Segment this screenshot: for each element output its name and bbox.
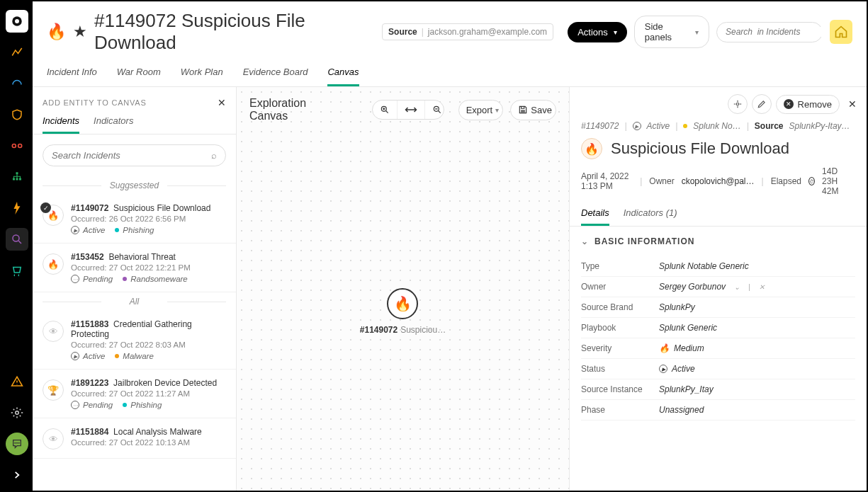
tab-war-room[interactable]: War Room bbox=[117, 67, 161, 86]
tab-details[interactable]: Details bbox=[581, 207, 609, 226]
details-panel: ✕Remove ✕ #1149072| ▶Active| Splunk No…|… bbox=[569, 87, 867, 491]
header-search-input[interactable] bbox=[726, 27, 833, 37]
header-search[interactable]: ⌕ bbox=[716, 22, 823, 42]
kv-row: TypeSplunk Notable Generic bbox=[581, 256, 855, 277]
svg-point-8 bbox=[13, 235, 19, 241]
canvas-area[interactable]: Exploration Canvas Export ▾ Save bbox=[237, 87, 569, 491]
kv-key: Owner bbox=[581, 282, 659, 292]
home-button[interactable] bbox=[830, 20, 852, 44]
left-nav-rail bbox=[1, 1, 33, 491]
kv-row: PlaybookSplunk Generic bbox=[581, 318, 855, 338]
clear-icon[interactable]: ✕ bbox=[759, 283, 765, 291]
chevron-down-icon: ⌄ bbox=[581, 236, 589, 246]
zoom-controls bbox=[372, 100, 444, 120]
canvas-title: Exploration Canvas bbox=[249, 97, 341, 122]
kv-row: Status▶ Active bbox=[581, 359, 855, 379]
incident-icon: 🔥 bbox=[43, 253, 64, 275]
nav-item-8[interactable] bbox=[6, 259, 28, 282]
flame-icon: 🔥 bbox=[581, 138, 602, 159]
actions-button[interactable]: Actions▾ bbox=[568, 22, 627, 42]
tab-canvas[interactable]: Canvas bbox=[327, 67, 359, 86]
canvas-node[interactable]: 🔥 #1149072Suspiciou… bbox=[360, 288, 446, 335]
main-tabs: Incident Info War Room Work Plan Evidenc… bbox=[33, 57, 867, 87]
zoom-out-button[interactable] bbox=[424, 101, 444, 119]
svg-point-3 bbox=[18, 144, 22, 148]
status-icon: ⋯ bbox=[71, 401, 79, 409]
incident-item[interactable]: 🏆 #1891223 Jailbroken Device Detected Oc… bbox=[33, 370, 236, 418]
incident-icon: 👁 bbox=[43, 321, 64, 342]
details-toolbar: ✕Remove ✕ bbox=[570, 87, 867, 121]
nav-item-1[interactable] bbox=[6, 41, 28, 64]
incident-item[interactable]: 👁 #1151883 Credential Gathering Protecti… bbox=[33, 311, 236, 370]
kv-key: Status bbox=[581, 364, 659, 374]
search-incidents-box[interactable]: ⌕ bbox=[43, 144, 226, 166]
section-all-label: All bbox=[43, 297, 226, 307]
chevron-down-icon: ▾ bbox=[614, 28, 617, 36]
entity-tabs: Incidents Indicators bbox=[33, 115, 236, 135]
incident-icon: 👁 bbox=[43, 428, 64, 450]
remove-button[interactable]: ✕Remove bbox=[776, 95, 840, 114]
section-suggested-label: Suggsessted bbox=[43, 181, 226, 190]
kv-value: 🔥 Medium bbox=[659, 343, 855, 353]
incident-item[interactable]: 🔥 #153452 Behavioral Threat Occurred: 27… bbox=[33, 244, 236, 292]
chevron-down-icon: ▾ bbox=[695, 28, 699, 36]
tab-work-plan[interactable]: Work Plan bbox=[181, 67, 223, 86]
nav-item-3[interactable] bbox=[6, 103, 28, 126]
nav-item-6[interactable] bbox=[6, 197, 28, 219]
nav-chat-icon[interactable] bbox=[6, 433, 28, 455]
nav-item-4[interactable] bbox=[6, 135, 28, 157]
svg-point-1 bbox=[15, 19, 19, 23]
details-meta-row: #1149072| ▶Active| Splunk No…| SourceSpl… bbox=[570, 121, 867, 131]
kv-key: Severity bbox=[581, 343, 659, 353]
nav-item-5[interactable] bbox=[6, 166, 28, 188]
tab-indicators[interactable]: Indicators (1) bbox=[624, 207, 677, 226]
fit-button[interactable] bbox=[397, 101, 424, 119]
nav-settings-icon[interactable] bbox=[6, 401, 28, 424]
kv-row: PhaseUnassigned bbox=[581, 400, 855, 421]
search-icon: ⌕ bbox=[211, 150, 217, 161]
status-icon: ▶ bbox=[71, 352, 79, 360]
kv-value: SplunkPy bbox=[659, 302, 855, 312]
tab-indicators[interactable]: Indicators bbox=[94, 115, 133, 134]
kv-row: OwnerSergey Gorbunov ⌄|✕ bbox=[581, 277, 855, 297]
edit-button[interactable] bbox=[752, 94, 772, 114]
search-incidents-input[interactable] bbox=[52, 150, 211, 161]
canvas-body[interactable]: 🔥 #1149072Suspiciou… bbox=[237, 132, 569, 491]
svg-rect-6 bbox=[16, 178, 18, 181]
kv-key: Source Instance bbox=[581, 384, 659, 394]
app-logo[interactable] bbox=[6, 10, 28, 33]
tab-evidence-board[interactable]: Evidence Board bbox=[243, 67, 308, 86]
zoom-in-button[interactable] bbox=[373, 101, 397, 119]
flame-icon: 🔥 bbox=[659, 343, 670, 353]
nav-item-2[interactable] bbox=[6, 72, 28, 95]
tab-incidents[interactable]: Incidents bbox=[43, 115, 79, 134]
tab-incident-info[interactable]: Incident Info bbox=[47, 67, 97, 86]
target-button[interactable] bbox=[728, 94, 748, 114]
kv-key: Source Brand bbox=[581, 302, 659, 312]
kv-value: Splunk Notable Generic bbox=[659, 261, 855, 271]
close-icon[interactable]: ✕ bbox=[218, 97, 226, 108]
page-title: #1149072 Suspicious File Download bbox=[94, 10, 375, 54]
section-basic-info[interactable]: ⌄ BASIC INFORMATION bbox=[570, 227, 867, 256]
svg-point-11 bbox=[16, 442, 18, 444]
play-icon: ▶ bbox=[633, 122, 641, 130]
kv-value[interactable]: Sergey Gorbunov ⌄|✕ bbox=[659, 282, 855, 292]
kv-row: Source BrandSplunkPy bbox=[581, 297, 855, 318]
panel-title: ADD ENTITY TO CANVAS bbox=[43, 98, 147, 107]
svg-point-9 bbox=[16, 411, 19, 415]
export-button[interactable]: Export ▾ bbox=[459, 101, 504, 120]
play-icon: ▶ bbox=[659, 365, 667, 373]
kv-key: Playbook bbox=[581, 323, 659, 333]
star-icon[interactable]: ★ bbox=[73, 23, 87, 41]
save-button[interactable]: Save bbox=[511, 101, 556, 120]
close-icon[interactable]: ✕ bbox=[848, 98, 857, 110]
details-subrow: April 4, 2022 1:13 PM| Owner ckopolovich… bbox=[570, 166, 867, 203]
incident-item[interactable]: ✓🔥 #1149072 Suspicious File Download Occ… bbox=[33, 195, 236, 244]
nav-alert-icon[interactable] bbox=[6, 370, 28, 393]
incident-item[interactable]: 👁 #1151884 Local Analysis Malware Occurr… bbox=[33, 418, 236, 459]
nav-item-7[interactable] bbox=[6, 228, 28, 251]
nav-expand-icon[interactable] bbox=[6, 464, 28, 486]
side-panels-button[interactable]: Side panels▾ bbox=[634, 16, 709, 48]
chevron-down-icon[interactable]: ⌄ bbox=[734, 283, 740, 291]
export-group: Export ▾ bbox=[458, 100, 504, 120]
